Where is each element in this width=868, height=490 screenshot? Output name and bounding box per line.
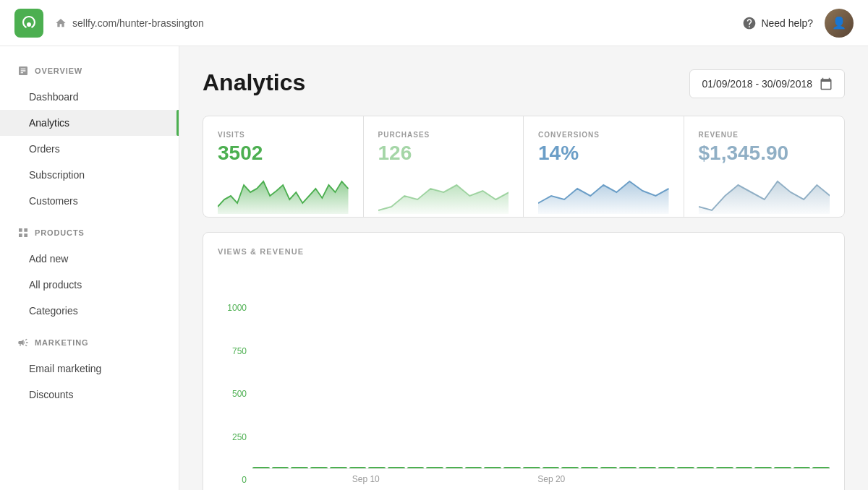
chart-section: VIEWS & REVENUE 0 250 500 750 1000	[203, 232, 845, 490]
grid-icon	[17, 227, 29, 238]
sidebar-item-orders[interactable]: Orders	[0, 136, 179, 162]
y-axis: 0 250 500 750 1000	[218, 304, 247, 484]
metric-label-visits: VISITS	[218, 131, 349, 139]
top-navigation: sellfy.com/hunter-brassington Need help?…	[0, 0, 868, 46]
calendar-icon	[820, 77, 833, 90]
y-label-250: 250	[218, 433, 247, 442]
metric-card-visits: VISITS 3502	[203, 116, 364, 217]
bar	[465, 467, 482, 468]
url-bar: sellfy.com/hunter-brassington	[55, 17, 204, 29]
home-icon	[55, 17, 67, 29]
avatar-image: 👤	[825, 9, 854, 38]
bar	[503, 467, 521, 468]
sparkline-purchases	[378, 171, 509, 214]
x-axis: Sep 10 Sep 20	[252, 474, 830, 484]
metric-label-conversions: CONVERSIONS	[538, 131, 669, 139]
sidebar-item-analytics[interactable]: Analytics	[0, 110, 179, 136]
bar	[368, 467, 386, 468]
sidebar-item-customers[interactable]: Customers	[0, 188, 179, 214]
sidebar-section-overview-header: OVERVIEW	[0, 58, 179, 84]
bar	[716, 467, 733, 468]
metric-card-conversions: CONVERSIONS 14%	[524, 116, 684, 217]
main-content: Analytics 01/09/2018 - 30/09/2018 VISITS…	[179, 46, 868, 490]
bar	[677, 467, 694, 468]
sparkline-conversions	[538, 171, 669, 214]
bar	[446, 467, 463, 468]
metric-value-conversions: 14%	[538, 142, 669, 165]
y-label-500: 500	[218, 390, 247, 398]
sidebar-section-products: PRODUCTS Add new All products Categories	[0, 220, 179, 324]
url-text: sellfy.com/hunter-brassington	[72, 17, 204, 29]
logo-icon	[20, 14, 38, 32]
metric-value-visits: 3502	[218, 142, 349, 165]
bar	[600, 467, 618, 468]
page-title: Analytics	[203, 69, 305, 96]
products-section-label: PRODUCTS	[35, 228, 85, 237]
metric-card-purchases: PURCHASES 126	[364, 116, 524, 217]
bar	[697, 467, 714, 468]
svg-point-0	[27, 22, 31, 27]
help-button[interactable]: Need help?	[742, 16, 813, 30]
sidebar-item-all-products[interactable]: All products	[0, 272, 179, 298]
sparkline-revenue	[699, 171, 830, 214]
help-label: Need help?	[761, 17, 813, 29]
user-avatar[interactable]: 👤	[825, 9, 854, 38]
x-label-sep20: Sep 20	[459, 474, 644, 484]
main-layout: OVERVIEW Dashboard Analytics Orders Subs…	[0, 46, 868, 490]
bar	[793, 467, 811, 468]
megaphone-icon	[17, 337, 29, 348]
marketing-section-label: MARKETING	[35, 338, 89, 347]
y-label-0: 0	[218, 476, 247, 484]
sidebar-section-marketing: MARKETING Email marketing Discounts	[0, 330, 179, 408]
bar	[484, 467, 501, 468]
logo[interactable]	[14, 9, 43, 38]
sidebar-item-add-new[interactable]: Add new	[0, 246, 179, 272]
help-icon	[742, 16, 757, 30]
chart-icon	[17, 65, 29, 77]
bar	[330, 467, 347, 468]
chart-container: 0 250 500 750 1000	[218, 267, 830, 484]
y-label-1000: 1000	[218, 304, 247, 312]
bar	[736, 467, 753, 468]
bar	[754, 467, 772, 468]
bars-wrapper: Sep 10 Sep 20	[252, 468, 830, 484]
bar	[774, 467, 791, 468]
bar	[639, 467, 656, 468]
bar	[252, 467, 270, 468]
bar	[291, 467, 308, 468]
sidebar-section-marketing-header: MARKETING	[0, 330, 179, 356]
bar	[349, 467, 367, 468]
bar	[407, 467, 425, 468]
metrics-row: VISITS 3502 PURCHASES 126	[203, 116, 845, 218]
chart-title: VIEWS & REVENUE	[218, 247, 830, 256]
grid-line-25	[252, 468, 830, 469]
metric-label-purchases: PURCHASES	[378, 131, 509, 139]
bar	[561, 467, 579, 468]
sidebar-item-categories[interactable]: Categories	[0, 298, 179, 324]
date-range-picker[interactable]: 01/09/2018 - 30/09/2018	[689, 69, 845, 98]
sidebar-section-overview: OVERVIEW Dashboard Analytics Orders Subs…	[0, 58, 179, 214]
topnav-right: Need help? 👤	[742, 9, 854, 38]
bar	[426, 467, 443, 468]
bar	[658, 467, 676, 468]
bar	[542, 467, 560, 468]
page-header: Analytics 01/09/2018 - 30/09/2018	[203, 69, 845, 98]
sidebar: OVERVIEW Dashboard Analytics Orders Subs…	[0, 46, 179, 490]
metric-label-revenue: REVENUE	[699, 131, 830, 139]
sidebar-section-products-header: PRODUCTS	[0, 220, 179, 246]
bar	[388, 467, 405, 468]
metric-card-revenue: REVENUE $1,345.90	[684, 116, 845, 217]
bar	[523, 467, 540, 468]
sidebar-item-discounts[interactable]: Discounts	[0, 382, 179, 408]
y-label-750: 750	[218, 347, 247, 356]
bar	[812, 467, 830, 468]
x-label-sep10: Sep 10	[273, 474, 459, 484]
sidebar-item-subscription[interactable]: Subscription	[0, 162, 179, 188]
sidebar-item-email-marketing[interactable]: Email marketing	[0, 356, 179, 382]
metric-value-revenue: $1,345.90	[699, 142, 830, 165]
bar	[272, 467, 289, 468]
date-range-text: 01/09/2018 - 30/09/2018	[702, 78, 812, 90]
sparkline-visits	[218, 171, 349, 214]
bar	[581, 467, 598, 468]
sidebar-item-dashboard[interactable]: Dashboard	[0, 84, 179, 110]
